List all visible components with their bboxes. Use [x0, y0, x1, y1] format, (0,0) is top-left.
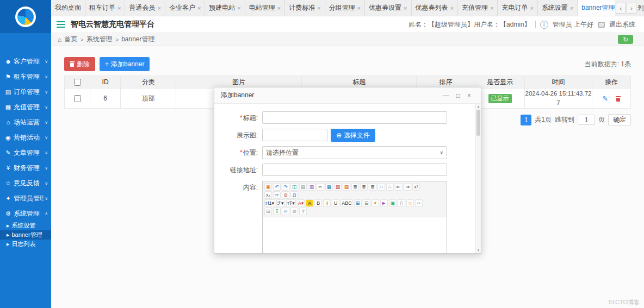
sidebar-item-场站运营[interactable]: ⌂场站运营∨: [0, 115, 51, 130]
tab-充电订单[interactable]: 充电订单×: [498, 0, 537, 16]
table-icon[interactable]: ⊞: [354, 199, 362, 207]
tab-优惠券列表[interactable]: 优惠券列表×: [412, 0, 458, 16]
link-input[interactable]: [262, 164, 447, 176]
media-icon[interactable]: ►: [380, 199, 388, 207]
tab-close-icon[interactable]: ×: [570, 5, 573, 11]
print-icon[interactable]: ▤: [299, 183, 307, 191]
delete-icon[interactable]: [616, 95, 621, 102]
redo-icon[interactable]: ↷: [282, 183, 289, 191]
tab-close-icon[interactable]: ×: [357, 5, 361, 11]
tab-close-icon[interactable]: ×: [490, 5, 493, 11]
ordered-list-icon[interactable]: ∷: [377, 183, 385, 191]
title-input[interactable]: [262, 111, 447, 124]
row-checkbox[interactable]: [74, 95, 81, 102]
special-char-icon[interactable]: Ω: [290, 191, 298, 199]
image-input[interactable]: [262, 129, 327, 141]
heading-icon[interactable]: H1▾: [264, 199, 275, 207]
preview-icon[interactable]: ◫: [290, 183, 298, 191]
sidebar-item-客户管理[interactable]: ☻客户管理∨: [0, 54, 51, 69]
delete-button[interactable]: 删除: [64, 57, 95, 71]
maximize-icon[interactable]: □: [456, 92, 460, 99]
modal-scrollbar[interactable]: ▲ ▼: [475, 104, 481, 253]
clear-format-icon[interactable]: ⊘: [282, 191, 289, 199]
tab-预建电站[interactable]: 预建电站×: [205, 0, 245, 16]
tab-普通会员[interactable]: 普通会员×: [125, 0, 165, 16]
align-center-icon[interactable]: ≣: [360, 183, 368, 191]
file-icon[interactable]: ▯: [398, 199, 405, 207]
menu-toggle-icon[interactable]: [57, 21, 65, 28]
tab-系统设置[interactable]: 系统设置×: [538, 0, 578, 16]
font-family-icon[interactable]: ℱ▾: [276, 199, 285, 207]
text-color-icon[interactable]: A▾: [297, 199, 305, 207]
bold-icon[interactable]: B: [314, 199, 322, 207]
tab-close-icon[interactable]: ×: [197, 5, 201, 11]
unlink-icon[interactable]: ⊘: [290, 208, 298, 215]
tab-优惠券设置[interactable]: 优惠券设置×: [365, 0, 411, 16]
sidebar-item-营销活动[interactable]: ◉营销活动∨: [0, 130, 51, 145]
source-icon[interactable]: ▣: [264, 183, 272, 191]
sidebar-item-充值管理[interactable]: ▦充值管理∨: [0, 99, 51, 115]
jump-input[interactable]: [578, 115, 595, 125]
refresh-button[interactable]: ↻: [618, 35, 633, 44]
editor-body[interactable]: [263, 217, 447, 254]
tab-close-icon[interactable]: ×: [237, 5, 240, 11]
breadcrumb-home[interactable]: 首页: [64, 35, 77, 44]
tab-分组管理[interactable]: 分组管理×: [325, 0, 365, 16]
strikethrough-icon[interactable]: ABC: [340, 199, 353, 207]
code-icon[interactable]: ‹›: [415, 199, 423, 207]
highlight-color-icon[interactable]: A: [306, 199, 313, 207]
info-icon[interactable]: i: [540, 21, 548, 29]
tab-close-icon[interactable]: ×: [277, 5, 281, 11]
copy-icon[interactable]: ▦: [325, 183, 333, 191]
tab-close-icon[interactable]: ×: [117, 5, 121, 11]
scroll-down-icon[interactable]: ▼: [476, 248, 481, 253]
scrollbar-thumb[interactable]: [476, 110, 480, 136]
sidebar-item-订单管理[interactable]: ▤订单管理∨: [0, 84, 51, 99]
edit-icon[interactable]: ✎: [602, 95, 608, 103]
sidebar-item-财务管理[interactable]: ¥财务管理∨: [0, 160, 51, 175]
format-brush-icon[interactable]: ✑: [273, 191, 281, 199]
anchor-icon[interactable]: ↧: [273, 208, 281, 215]
tab-计费标准[interactable]: 计费标准×: [285, 0, 325, 16]
tab-我的桌面[interactable]: 我的桌面: [51, 0, 85, 16]
tab-close-icon[interactable]: ×: [157, 5, 160, 11]
unordered-list-icon[interactable]: ∴: [386, 183, 394, 191]
tab-close-icon[interactable]: ×: [450, 5, 454, 11]
outdent-icon[interactable]: ⇤: [395, 183, 403, 191]
position-select[interactable]: 请选择位置 ∨: [262, 146, 447, 159]
align-right-icon[interactable]: ≣: [369, 183, 376, 191]
tab-scroll-left-icon[interactable]: ‹: [616, 3, 626, 14]
paste-text-icon[interactable]: ▨: [343, 183, 350, 191]
cut-icon[interactable]: ✂: [317, 183, 324, 191]
sidebar-subitem-日志列表[interactable]: ▶日志列表: [0, 240, 51, 249]
superscript-icon[interactable]: x¹: [412, 183, 420, 191]
emoji-icon[interactable]: ☺: [406, 199, 414, 207]
confirm-button[interactable]: 确定: [608, 114, 631, 125]
link-icon[interactable]: ∞: [282, 208, 289, 215]
paste-icon[interactable]: ▧: [334, 183, 342, 191]
template-icon[interactable]: ▥: [308, 183, 315, 191]
tab-close-icon[interactable]: ×: [404, 5, 407, 11]
sidebar-item-管理员管理[interactable]: ✦管理员管理∨: [0, 191, 51, 206]
tab-banner管理[interactable]: banner管理×: [578, 0, 615, 16]
italic-icon[interactable]: I: [323, 199, 331, 207]
undo-icon[interactable]: ↶: [273, 183, 281, 191]
flash-icon[interactable]: ✦: [371, 199, 379, 207]
tab-close-icon[interactable]: ×: [530, 5, 533, 11]
tab-充值管理[interactable]: 充值管理×: [458, 0, 498, 16]
sidebar-item-文章管理[interactable]: ✎文章管理∨: [0, 145, 51, 160]
add-banner-button[interactable]: + 添加banner: [100, 57, 150, 71]
screen-lock-icon[interactable]: [598, 22, 605, 28]
modal-titlebar[interactable]: 添加banner — □ ×: [214, 87, 481, 104]
image-icon[interactable]: ▣: [389, 199, 397, 207]
sidebar-item-系统管理[interactable]: ⚙系统管理∧: [0, 206, 51, 221]
breadcrumb-section[interactable]: 系统管理: [86, 35, 113, 44]
underline-icon[interactable]: U: [332, 199, 339, 207]
sidebar-item-意见反馈[interactable]: ☆意见反馈∨: [0, 175, 51, 191]
subscript-icon[interactable]: x₂: [264, 191, 272, 199]
tab-电站管理[interactable]: 电站管理×: [245, 0, 285, 16]
tab-租车订单[interactable]: 租车订单×: [85, 0, 125, 16]
choose-file-button[interactable]: ⊕ 选择文件: [331, 129, 375, 142]
tab-企业客户[interactable]: 企业客户×: [165, 0, 205, 16]
about-icon[interactable]: ?: [299, 208, 307, 215]
